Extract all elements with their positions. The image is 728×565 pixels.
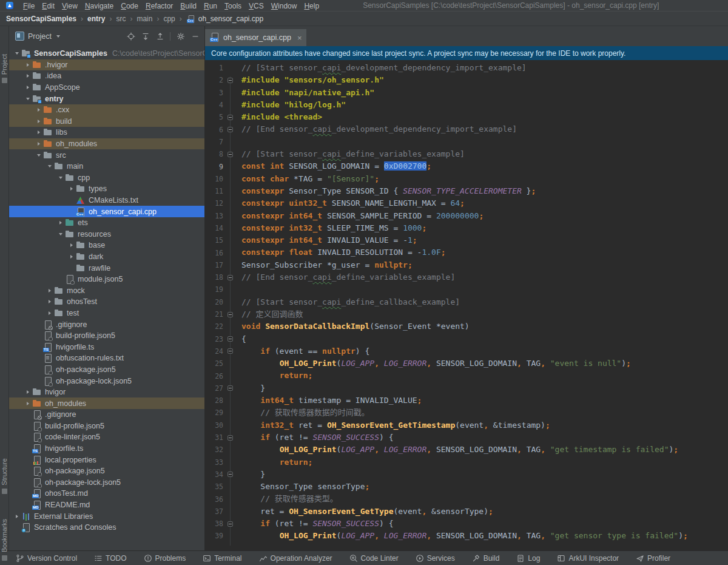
tree-item--idea[interactable]: .idea	[9, 70, 204, 82]
tree-item-oh-package-lock-json5[interactable]: oh-package-lock.json5	[9, 477, 204, 489]
chevron-expanded-icon[interactable]	[24, 98, 32, 100]
chevron-collapsed-icon[interactable]	[24, 63, 32, 67]
tree-item-resources[interactable]: resources	[9, 229, 204, 240]
fold-marker-icon[interactable]	[228, 472, 233, 477]
breadcrumb-item-entry[interactable]: entry	[87, 15, 116, 23]
tree-item-oh-package-json5[interactable]: oh-package.json5	[9, 465, 204, 477]
breadcrumb-item-oh-sensor-capi-cpp[interactable]: C++oh_sensor_capi.cpp	[186, 14, 263, 24]
chevron-expanded-icon[interactable]	[56, 233, 65, 235]
menu-vcs[interactable]: VCS	[245, 2, 268, 10]
menu-refactor[interactable]: Refactor	[142, 2, 177, 10]
tree-item-build[interactable]: build	[9, 116, 204, 127]
statusbar-todo[interactable]: TODO	[94, 554, 126, 563]
tree-item-module-json5[interactable]: module.json5	[9, 274, 204, 285]
chevron-collapsed-icon[interactable]	[67, 187, 76, 191]
tool-button-bookmarks[interactable]: Bookmarks	[0, 519, 8, 561]
tree-item-code-linter-json5[interactable]: code-linter.json5	[9, 431, 204, 443]
tree-item-oh-package-json5[interactable]: oh-package.json5	[9, 364, 204, 376]
tree-item-base[interactable]: base	[9, 240, 204, 251]
expand-all-icon[interactable]	[141, 32, 150, 41]
statusbar-version-control[interactable]: Version Control	[16, 554, 77, 563]
tree-item-oh-package-lock-json5[interactable]: oh-package-lock.json5	[9, 375, 204, 387]
tree-item-obfuscation-rules-txt[interactable]: obfuscation-rules.txt	[9, 353, 204, 364]
chevron-collapsed-icon[interactable]	[67, 243, 76, 247]
tab-oh-sensor-capi[interactable]: C++ oh_sensor_capi.cpp	[205, 29, 306, 46]
fold-marker-icon[interactable]	[228, 348, 233, 354]
fold-marker-icon[interactable]	[228, 385, 233, 391]
tree-item-ets[interactable]: ets	[9, 217, 204, 229]
chevron-collapsed-icon[interactable]	[67, 255, 76, 259]
chevron-collapsed-icon[interactable]	[24, 74, 32, 78]
statusbar-log[interactable]: Log	[516, 554, 540, 563]
tree-item-hvigorfile-ts[interactable]: TShvigorfile.ts	[9, 341, 204, 353]
menu-view[interactable]: View	[58, 2, 81, 10]
chevron-collapsed-icon[interactable]	[56, 221, 65, 225]
tree-item--gitignore[interactable]: .gitignore	[9, 319, 204, 330]
chevron-collapsed-icon[interactable]	[46, 289, 54, 293]
tree-item-build-profile-json5[interactable]: build-profile.json5	[9, 330, 204, 342]
statusbar-problems[interactable]: Problems	[144, 554, 186, 563]
fold-marker-icon[interactable]	[228, 78, 233, 83]
fold-marker-icon[interactable]	[228, 336, 233, 342]
tree-item-types[interactable]: types	[9, 183, 204, 195]
tree-item-cpp[interactable]: cpp	[9, 172, 204, 184]
chevron-collapsed-icon[interactable]	[46, 311, 54, 315]
tree-item-src[interactable]: src	[9, 149, 204, 161]
menu-build[interactable]: Build	[177, 2, 200, 10]
menu-window[interactable]: Window	[268, 2, 301, 10]
tree-item-rawfile[interactable]: rawfile	[9, 262, 204, 274]
menu-navigate[interactable]: Navigate	[81, 2, 117, 10]
fold-marker-icon[interactable]	[228, 521, 233, 527]
breadcrumb-item-sensorcapisamples[interactable]: SensorCapiSamples	[6, 15, 87, 23]
chevron-collapsed-icon[interactable]	[35, 108, 43, 112]
tree-item-mock[interactable]: mock	[9, 285, 204, 296]
breadcrumb-item-cpp[interactable]: cpp	[163, 15, 186, 23]
tree-item-ohostest-md[interactable]: MDohosTest.md	[9, 488, 204, 499]
menu-file[interactable]: File	[19, 2, 38, 10]
settings-icon[interactable]	[176, 32, 185, 41]
tree-item-ohostest[interactable]: ohosTest	[9, 296, 204, 308]
tree-item-appscope[interactable]: AppScope	[9, 82, 204, 93]
tree-item-main[interactable]: main	[9, 161, 204, 172]
tree-item-test[interactable]: test	[9, 308, 204, 319]
tree-item--cxx[interactable]: .cxx	[9, 104, 204, 116]
close-icon[interactable]	[297, 34, 302, 42]
statusbar-terminal[interactable]: Terminal	[203, 554, 241, 563]
tree-item-external-libraries[interactable]: External Libraries	[9, 510, 204, 522]
chevron-expanded-icon[interactable]	[35, 154, 43, 157]
tree-item-dark[interactable]: dark	[9, 251, 204, 263]
statusbar-profiler[interactable]: Profiler	[636, 554, 670, 563]
tree-item-local-properties[interactable]: local.properties	[9, 454, 204, 465]
tree-item-oh-modules[interactable]: oh_modules	[9, 138, 204, 150]
tool-button-project[interactable]: Project	[0, 54, 8, 83]
tree-item-hvigor[interactable]: hvigor	[9, 387, 204, 398]
statusbar-operation-analyzer[interactable]: Operation Analyzer	[259, 554, 332, 563]
tree-item-build-profile-json5[interactable]: build-profile.json5	[9, 421, 204, 432]
tree-item-oh-modules[interactable]: oh_modules	[9, 398, 204, 409]
chevron-collapsed-icon[interactable]	[24, 86, 32, 89]
statusbar-code-linter[interactable]: Code Linter	[349, 554, 399, 563]
menu-edit[interactable]: Edit	[38, 2, 58, 10]
tool-button-structure[interactable]: Structure	[0, 458, 8, 494]
tree-item-entry[interactable]: entry	[9, 93, 204, 104]
statusbar-build[interactable]: Build	[472, 554, 500, 563]
fold-marker-icon[interactable]	[228, 152, 233, 157]
chevron-expanded-icon[interactable]	[56, 177, 65, 179]
tree-item-cmakelists-txt[interactable]: CMakeLists.txt	[9, 195, 204, 206]
breadcrumb-item-src[interactable]: src	[116, 15, 136, 23]
chevron-expanded-icon[interactable]	[46, 165, 54, 167]
chevron-collapsed-icon[interactable]	[24, 390, 32, 394]
locate-icon[interactable]	[126, 32, 135, 41]
tree-item-sensorcapisamples[interactable]: SensorCapiSamplesC:\code\testProject\Sen…	[9, 48, 204, 59]
tree-item--gitignore[interactable]: .gitignore	[9, 409, 204, 421]
tree-item-oh-sensor-capi-cpp[interactable]: C++oh_sensor_capi.cpp	[9, 206, 204, 217]
menu-help[interactable]: Help	[300, 2, 323, 10]
breadcrumb-item-main[interactable]: main	[136, 15, 163, 23]
chevron-collapsed-icon[interactable]	[13, 515, 21, 518]
project-tree[interactable]: SensorCapiSamplesC:\code\testProject\Sen…	[9, 46, 204, 550]
project-view-selector[interactable]: Project	[15, 32, 60, 41]
tree-item-libs[interactable]: libs	[9, 127, 204, 138]
menu-code[interactable]: Code	[117, 2, 142, 10]
code-editor[interactable]: 1// [Start sensor_capi_development_depen…	[205, 60, 728, 550]
chevron-collapsed-icon[interactable]	[46, 300, 54, 303]
